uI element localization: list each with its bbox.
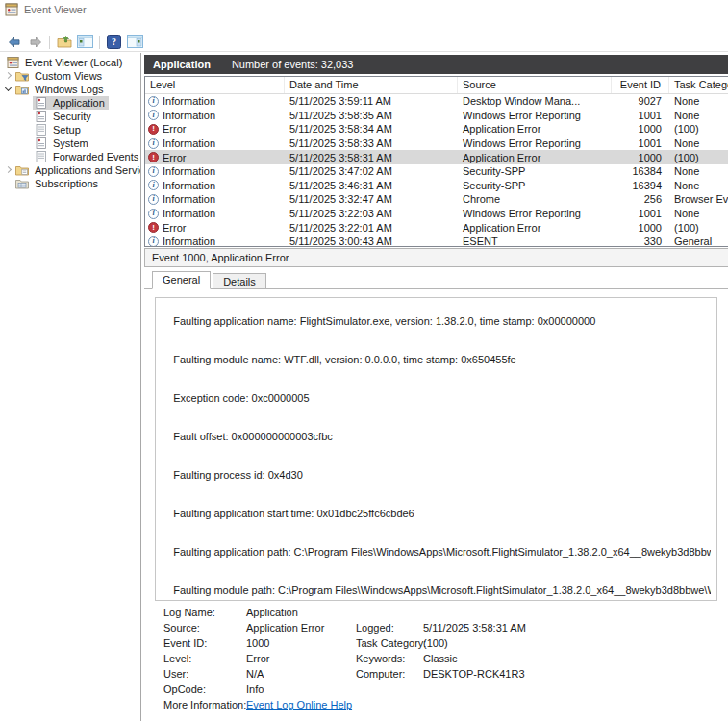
event-id: 16394 — [612, 180, 669, 191]
event-row[interactable]: Information 5/11/2025 3:00:43 AM ESENT 3… — [145, 235, 728, 247]
tree-item[interactable]: Application — [0, 96, 140, 110]
event-task-category: None — [669, 165, 728, 177]
event-property-row: Logged: 5/11/2025 3:58:31 AM — [356, 620, 526, 635]
information-icon — [148, 110, 159, 120]
tree-item[interactable]: Windows Logs — [0, 83, 140, 96]
event-detail-title: Event 1000, Application Error — [152, 252, 289, 263]
event-level-cell: Error — [145, 123, 285, 135]
event-row[interactable]: Information 5/11/2025 3:58:33 AM Windows… — [145, 137, 728, 151]
event-property-row: Event ID: 1000 — [163, 635, 352, 651]
column-header-label: Source — [463, 79, 496, 90]
forward-icon — [28, 35, 43, 50]
back-icon — [7, 35, 22, 50]
event-property-row: Level: Error — [163, 651, 352, 666]
open-saved-log-button[interactable] — [54, 34, 74, 51]
event-task-category: General — [669, 236, 728, 247]
event-row[interactable]: Information 5/11/2025 3:32:47 AM Chrome … — [145, 192, 728, 207]
event-level-label: Information — [163, 193, 215, 205]
detail-tabs: General Details — [152, 271, 268, 289]
event-level-label: Information — [163, 110, 215, 121]
column-header[interactable]: Task Category — [669, 77, 728, 93]
description-line-text: Fault offset: 0x000000000003cfbc — [173, 431, 333, 442]
show-hide-console-tree-button[interactable] — [75, 34, 95, 51]
event-source: Chrome — [458, 193, 612, 205]
tree-item[interactable]: Custom Views — [0, 69, 140, 83]
event-property-value: (100) — [423, 637, 448, 649]
tree-item[interactable]: Forwarded Events — [0, 150, 140, 163]
log-header-bar: Application Number of events: 32,033 — [144, 55, 728, 74]
tree-expander-icon[interactable] — [3, 178, 14, 189]
more-information-row: More Information: Event Log Online Help — [163, 697, 352, 712]
event-property-label: Computer: — [356, 668, 423, 680]
help-button[interactable]: ? — [104, 34, 124, 51]
tab[interactable]: Details — [213, 273, 266, 289]
event-id: 1000 — [612, 222, 669, 234]
description-line: Faulting module name: WTF.dll, version: … — [162, 341, 711, 380]
event-row[interactable]: Information 5/11/2025 3:22:03 AM Windows… — [145, 207, 728, 221]
event-level-cell: Information — [145, 236, 285, 247]
show-hide-action-pane-button[interactable] — [125, 34, 145, 51]
tree-expander-icon[interactable] — [3, 164, 14, 176]
event-row[interactable]: Error 5/11/2025 3:22:01 AM Application E… — [145, 220, 728, 235]
event-property-label: Event ID: — [163, 637, 246, 649]
event-property-value: Info — [246, 684, 264, 695]
tree-expander-icon[interactable] — [3, 84, 14, 95]
tree-item-label: Event Viewer (Local) — [23, 57, 124, 68]
event-task-category: None — [669, 110, 728, 121]
window-title: Event Viewer — [24, 4, 87, 15]
svg-text:?: ? — [112, 37, 116, 47]
event-row[interactable]: Information 5/11/2025 3:59:11 AM Desktop… — [145, 94, 728, 109]
event-property-row: Log Name: Application — [163, 605, 352, 620]
general-tab-content: Faulting application name: FlightSimulat… — [144, 288, 728, 721]
column-header[interactable]: Source — [458, 77, 612, 93]
event-property-value: N/A — [246, 668, 264, 680]
information-icon — [148, 209, 159, 219]
event-datetime: 5/11/2025 3:22:01 AM — [285, 222, 458, 234]
tree-item[interactable]: Event Viewer (Local) — [0, 56, 140, 69]
tab[interactable]: General — [152, 271, 211, 289]
event-level-label: Information — [163, 137, 215, 149]
event-property-value: 1000 — [246, 637, 269, 649]
event-datetime: 5/11/2025 3:46:31 AM — [285, 180, 458, 191]
tree-item[interactable]: Setup — [0, 123, 140, 137]
event-property-label: OpCode: — [163, 684, 246, 695]
tree-item[interactable]: Subscriptions — [0, 177, 140, 190]
toolbar: ? — [0, 33, 728, 52]
event-datetime: 5/11/2025 3:58:33 AM — [285, 137, 458, 149]
tree-item-label: Windows Logs — [33, 84, 106, 95]
event-level-label: Information — [163, 208, 215, 219]
event-row[interactable]: Information 5/11/2025 3:47:02 AM Securit… — [145, 164, 728, 179]
event-row[interactable]: Error 5/11/2025 3:58:34 AM Application E… — [145, 122, 728, 137]
information-icon — [148, 166, 159, 177]
column-header[interactable]: Date and Time — [285, 77, 458, 93]
event-property-row: OpCode: Info — [163, 682, 352, 697]
tab-label: General — [163, 274, 200, 286]
back-button[interactable] — [4, 34, 24, 51]
event-property-label: Logged: — [356, 622, 423, 634]
event-row[interactable]: Information 5/11/2025 3:58:35 AM Windows… — [145, 109, 728, 123]
event-row[interactable]: Information 5/11/2025 3:46:31 AM Securit… — [145, 179, 728, 193]
tree-expander-icon[interactable] — [3, 70, 14, 82]
forward-button[interactable] — [25, 34, 45, 51]
event-datetime: 5/11/2025 3:00:43 AM — [285, 236, 458, 247]
event-row[interactable]: Error 5/11/2025 3:58:31 AM Application E… — [145, 150, 728, 164]
event-level-cell: Information — [145, 165, 285, 177]
event-description-box[interactable]: Faulting application name: FlightSimulat… — [155, 297, 717, 601]
description-line-text: Exception code: 0xc0000005 — [173, 392, 309, 404]
toolbar-separator — [99, 36, 100, 49]
event-property-value: Classic — [423, 653, 457, 664]
description-line: Exception code: 0xc0000005 — [162, 380, 711, 418]
event-log-online-help-link[interactable]: Event Log Online Help — [246, 699, 352, 710]
event-property-label: Log Name: — [163, 607, 246, 618]
column-header[interactable]: Level — [145, 77, 285, 93]
column-header[interactable]: Event ID — [612, 77, 669, 93]
tree-item[interactable]: System — [0, 137, 140, 150]
tree-item[interactable]: Applications and Services Logs — [0, 163, 140, 177]
event-property-label: Keywords: — [356, 653, 423, 664]
description-line-text: Faulting module name: WTF.dll, version: … — [173, 354, 515, 365]
tree-item[interactable]: Security — [0, 110, 140, 123]
column-header-label: Date and Time — [289, 79, 359, 90]
event-id: 256 — [612, 193, 669, 205]
information-icon — [148, 138, 159, 149]
show-hide-console-tree-icon — [77, 35, 93, 49]
